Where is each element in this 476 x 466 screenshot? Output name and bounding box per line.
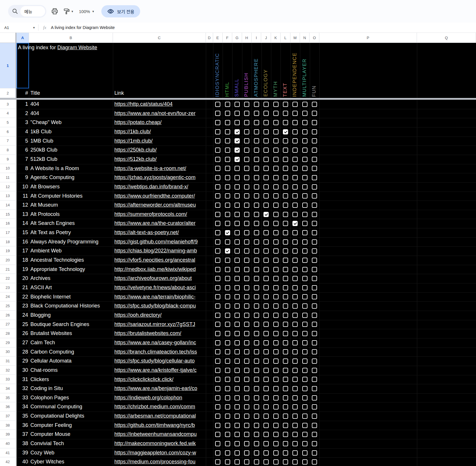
- cell-number[interactable]: 31: [17, 375, 28, 384]
- checkbox-text[interactable]: [283, 423, 288, 428]
- checkbox-atmosphere[interactable]: [254, 395, 259, 401]
- row-header-1[interactable]: 1: [0, 43, 15, 88]
- cell-title[interactable]: Alt Museum: [30, 201, 112, 210]
- checkbox-small[interactable]: [235, 459, 240, 465]
- checkbox-publish[interactable]: [244, 404, 249, 409]
- checkbox-html[interactable]: [225, 175, 230, 180]
- checkbox-fun[interactable]: [312, 285, 317, 290]
- cell-title[interactable]: 250kB Club: [30, 145, 112, 155]
- row-header-26[interactable]: 26: [0, 311, 15, 320]
- checkbox-ecology[interactable]: [263, 111, 269, 116]
- checkbox-fun[interactable]: [312, 368, 317, 373]
- checkbox-independence[interactable]: [292, 285, 298, 290]
- cell-link[interactable]: https://inbetweenhumansandcompu: [114, 430, 206, 439]
- checkbox-idiosyncratic[interactable]: [215, 166, 220, 171]
- checkbox-text[interactable]: [283, 450, 288, 456]
- checkbox-idiosyncratic[interactable]: [215, 239, 220, 245]
- cell-number[interactable]: 34: [17, 402, 28, 412]
- checkbox-idiosyncratic[interactable]: [215, 184, 220, 190]
- checkbox-small[interactable]: [235, 102, 240, 107]
- checkbox-multiplayer[interactable]: [302, 157, 307, 162]
- checkbox-multiplayer[interactable]: [302, 294, 307, 299]
- row-header-40[interactable]: 40: [0, 439, 15, 448]
- cell-number[interactable]: 37: [17, 430, 28, 439]
- checkbox-publish[interactable]: [244, 294, 249, 299]
- checkbox-myth[interactable]: [273, 239, 279, 245]
- checkbox-idiosyncratic[interactable]: [215, 322, 220, 327]
- checkbox-fun[interactable]: [312, 120, 317, 125]
- checkbox-myth[interactable]: [273, 102, 279, 107]
- checkbox-html[interactable]: [225, 267, 230, 272]
- checkbox-publish[interactable]: [244, 395, 249, 401]
- checkbox-text[interactable]: [283, 267, 288, 272]
- checkbox-html[interactable]: [225, 258, 230, 263]
- checkbox-atmosphere[interactable]: [254, 239, 259, 245]
- cell-number[interactable]: 4: [17, 127, 28, 136]
- checkbox-small[interactable]: [235, 248, 240, 254]
- checkbox-publish[interactable]: [244, 340, 249, 345]
- cell-link[interactable]: https://sariazout.mirror.xyz/7gSSTJ: [114, 320, 206, 329]
- checkbox-myth[interactable]: [273, 322, 279, 327]
- checkbox-ecology[interactable]: [263, 193, 269, 199]
- cell-link[interactable]: https://webtips.dan.info/brand-x/: [114, 182, 206, 192]
- checkbox-publish[interactable]: [244, 258, 249, 263]
- checkbox-text[interactable]: [283, 386, 288, 391]
- checkbox-html[interactable]: [225, 423, 230, 428]
- checkbox-text[interactable]: [283, 414, 288, 419]
- checkbox-multiplayer[interactable]: [302, 203, 307, 208]
- checkbox-independence[interactable]: [292, 450, 298, 456]
- checkbox-fun[interactable]: [312, 294, 317, 299]
- column-header-d[interactable]: D: [206, 33, 213, 43]
- checkbox-fun[interactable]: [312, 157, 317, 162]
- checkbox-idiosyncratic[interactable]: [215, 432, 220, 437]
- checkbox-multiplayer[interactable]: [302, 423, 307, 428]
- checkbox-atmosphere[interactable]: [254, 184, 259, 190]
- checkbox-small[interactable]: [235, 193, 240, 199]
- checkbox-ecology[interactable]: [263, 102, 269, 107]
- checkbox-fun[interactable]: [312, 414, 317, 419]
- checkbox-small[interactable]: [235, 111, 240, 116]
- checkbox-idiosyncratic[interactable]: [215, 349, 220, 354]
- checkbox-text[interactable]: [283, 193, 288, 199]
- cell-link[interactable]: https://http.cat/status/404: [114, 100, 206, 109]
- column-header-p[interactable]: P: [319, 33, 417, 43]
- row-header-34[interactable]: 34: [0, 384, 15, 393]
- corner-box[interactable]: [0, 33, 15, 43]
- cell-title[interactable]: "Cheap" Web: [30, 118, 112, 127]
- checkbox-publish[interactable]: [244, 441, 249, 446]
- checkbox-html[interactable]: [225, 239, 230, 245]
- cell-number[interactable]: 33: [17, 393, 28, 403]
- checkbox-fun[interactable]: [312, 239, 317, 245]
- checkbox-independence[interactable]: [292, 395, 298, 401]
- checkbox-multiplayer[interactable]: [302, 386, 307, 391]
- checkbox-idiosyncratic[interactable]: [215, 276, 220, 281]
- checkbox-small-checked[interactable]: [235, 138, 240, 143]
- checkbox-ecology[interactable]: [263, 377, 269, 382]
- checkbox-idiosyncratic[interactable]: [215, 313, 220, 318]
- checkbox-small[interactable]: [235, 377, 240, 382]
- checkbox-idiosyncratic[interactable]: [215, 340, 220, 345]
- checkbox-fun[interactable]: [312, 276, 317, 281]
- checkbox-publish[interactable]: [244, 221, 249, 226]
- checkbox-ecology[interactable]: [263, 221, 269, 226]
- checkbox-small[interactable]: [235, 432, 240, 437]
- checkbox-ecology[interactable]: [263, 404, 269, 409]
- row-header-12[interactable]: 12: [0, 182, 15, 192]
- checkbox-html[interactable]: [225, 313, 230, 318]
- cell-title[interactable]: Chat-rooms: [30, 366, 112, 375]
- checkbox-independence[interactable]: [292, 423, 298, 428]
- checkbox-fun[interactable]: [312, 221, 317, 226]
- checkbox-idiosyncratic[interactable]: [215, 423, 220, 428]
- checkbox-publish[interactable]: [244, 313, 249, 318]
- checkbox-atmosphere[interactable]: [254, 248, 259, 254]
- checkbox-myth[interactable]: [273, 303, 279, 309]
- checkbox-idiosyncratic[interactable]: [215, 395, 220, 401]
- checkbox-ecology[interactable]: [263, 423, 269, 428]
- checkbox-fun[interactable]: [312, 432, 317, 437]
- checkbox-multiplayer[interactable]: [302, 313, 307, 318]
- cell-link[interactable]: https://summerofprotocols.com/: [114, 210, 206, 219]
- checkbox-atmosphere[interactable]: [254, 340, 259, 345]
- title-link[interactable]: Diagram Website: [57, 45, 97, 50]
- checkbox-multiplayer[interactable]: [302, 239, 307, 245]
- checkbox-ecology[interactable]: [263, 239, 269, 245]
